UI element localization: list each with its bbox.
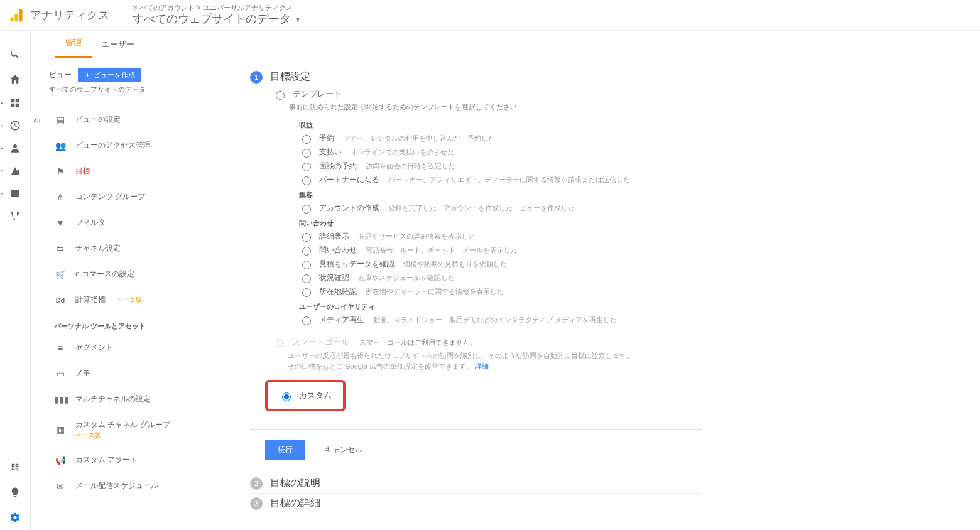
property-name: すべてのウェブサイトのデータ [133,12,291,26]
radio-create-account[interactable]: アカウントの作成登録を完了した、アカウントを作成した、ビューを作成した [299,203,702,214]
plus-icon: ＋ [84,70,91,80]
segments-icon: ≡ [54,343,67,353]
megaphone-icon: 📢 [54,455,67,465]
admin-item-mail-schedule[interactable]: ✉メール配信スケジュール [49,473,225,499]
nav-realtime[interactable]: ▸ [0,114,30,137]
dd-icon: Dd [54,296,67,304]
option-template[interactable]: テンプレート [273,89,702,100]
channel-icon: ⇆ [54,244,67,254]
step-badge-2: 2 [250,477,263,490]
radio-estimate[interactable]: 見積もりデータを確認価格や納期の見積もりを依頼した [299,259,702,269]
svg-rect-5 [11,104,14,107]
admin-item-content-groups[interactable]: ⋔コンテンツ グループ [49,184,225,210]
left-rail: ▸ ▸ ▸ ▸ ▸ [0,30,31,530]
radio-location[interactable]: 所在地確認所在地やディーラーに関する情報を表示した [299,286,702,297]
group-loyalty-title: ユーザーのロイヤリティ [299,302,702,311]
radio-media[interactable]: メディア再生動画、スライドショー、製品デモなどのインタラクティブ メディアを再生… [299,315,702,325]
filter-icon: ▼ [54,218,67,228]
smart-goal-hint: ユーザーの反応が最も得られたウェブサイトへの訪問を識別し、そのような訪問を自動的… [288,350,640,371]
admin-tabs: 管理 ユーザー [30,30,980,58]
radio-status[interactable]: 状況確認在庫やスケジュールを確認した [299,273,702,283]
search-icon[interactable] [0,41,30,67]
attribution-icon[interactable] [0,455,30,480]
option-smart-goal: スマートゴール スマートゴールはご利用できません。 ユーザーの反応が最も得られた… [273,337,702,371]
admin-item-view-settings[interactable]: ▤ビューの設定 [49,107,225,132]
admin-item-ecommerce[interactable]: 🛒e コマースの設定 [49,261,225,287]
view-name[interactable]: すべてのウェブサイトのデータ [49,85,225,94]
radio-contact[interactable]: 問い合わせ電話番号、ルート、チャット、メールを表示した [299,245,702,256]
continue-button[interactable]: 続行 [265,440,305,460]
radio-smart-goal [276,339,284,347]
admin-item-calc-metrics[interactable]: Dd計算指標ベータ版 [49,287,225,313]
radio-template[interactable] [276,91,285,100]
svg-rect-0 [10,18,13,22]
collapse-sidebar-button[interactable]: ↤ [28,112,46,129]
mail-icon: ✉ [54,481,67,491]
nav-behavior[interactable]: ▸ [0,182,30,205]
svg-rect-4 [16,99,19,102]
admin-item-channel[interactable]: ⇆チャネル設定 [49,235,225,261]
svg-rect-3 [11,99,14,102]
radio-reservation[interactable]: 予約ツアー、レンタルの利用を申し込んだ、予約した [299,133,702,144]
section-personal-tools: パーソナル ツールとアセット [49,313,225,335]
group-revenue-title: 収益 [299,121,702,130]
nav-conversions[interactable] [0,205,30,227]
step-3-header[interactable]: 3 目標の詳細 [250,493,702,513]
radio-partner[interactable]: パートナーになるパートナー、アフィリエイト、ディーラーに関する情報を請求または送… [299,175,702,185]
goal-setup-content: 1 目標設定 テンプレート 事前に決められた設定で開始するためのテンプレートを選… [225,58,727,530]
template-hint: 事前に決められた設定で開始するためのテンプレートを選択してください [289,102,702,112]
admin-item-access[interactable]: 👥ビューのアクセス管理 [49,132,225,158]
admin-item-filters[interactable]: ▼フィルタ [49,210,225,235]
admin-item-custom-channel[interactable]: ▦カスタム チャネル グループベータ版 [49,412,225,447]
people-icon: 👥 [54,141,67,151]
cancel-button[interactable]: キャンセル [313,440,374,460]
app-header: アナリティクス すべてのアカウント > ユニバーサルアナリティクス すべてのウェ… [0,0,980,31]
step-1-title: 目標設定 [270,70,310,84]
view-label: ビュー [49,70,72,80]
notes-icon: ▭ [54,369,67,379]
radio-payment[interactable]: 支払いオンラインでの支払いを済ませた [299,147,702,158]
step-badge-3: 3 [250,497,263,510]
share-icon: ⋔ [54,192,67,202]
breadcrumb: すべてのアカウント > ユニバーサルアナリティクス [133,3,301,12]
document-icon: ▤ [54,115,67,125]
home-icon[interactable] [0,67,30,92]
step-badge-1: 1 [250,71,263,84]
svg-rect-1 [14,13,18,21]
tab-admin[interactable]: 管理 [55,37,92,58]
svg-rect-6 [16,104,19,107]
admin-item-notes[interactable]: ▭メモ [49,360,225,386]
step-1-header: 1 目標設定 [250,70,702,84]
nav-acquisition[interactable]: ▸ [0,160,30,182]
cart-icon: 🛒 [54,269,67,279]
radio-detail[interactable]: 詳細表示商品やサービスの詳細情報を表示した [299,231,702,242]
admin-item-segments[interactable]: ≡セグメント [49,335,225,360]
admin-view-column: ビュー ＋ビューを作成 すべてのウェブサイトのデータ ▤ビューの設定 👥ビューの… [30,58,225,530]
analytics-logo-icon [8,6,25,24]
nav-audience[interactable]: ▸ [0,137,30,160]
svg-rect-2 [19,9,22,21]
separator [250,429,702,430]
nav-customization[interactable]: ▸ [0,92,30,114]
svg-rect-7 [11,190,19,197]
product-name: アナリティクス [30,8,109,23]
tab-user[interactable]: ユーザー [92,39,144,58]
create-view-button[interactable]: ＋ビューを作成 [78,68,141,82]
option-custom-highlighted[interactable]: カスタム [265,380,346,411]
admin-item-goals[interactable]: ⚑目標 [49,158,225,184]
header-divider [121,6,121,24]
smart-goal-detail-link[interactable]: 詳細 [475,362,489,370]
group-inquiry-title: 問い合わせ [299,219,702,228]
radio-custom[interactable] [282,392,291,401]
logo-wrap: アナリティクス [8,6,109,24]
admin-gear-icon[interactable] [0,505,30,530]
radio-appointment[interactable]: 面談の予約訪問や面会の日時を設定した [299,161,702,171]
grid-icon: ▦ [54,425,67,435]
account-selector[interactable]: すべてのアカウント > ユニバーサルアナリティクス すべてのウェブサイトのデータ… [133,3,301,27]
admin-item-alerts[interactable]: 📢カスタム アラート [49,447,225,473]
admin-item-mcf[interactable]: ▮▮▮マルチチャネルの設定 [49,386,225,412]
step-2-header[interactable]: 2 目標の説明 [250,473,702,493]
bars-icon: ▮▮▮ [54,394,67,404]
discover-icon[interactable] [0,480,30,505]
flag-icon: ⚑ [54,166,67,176]
